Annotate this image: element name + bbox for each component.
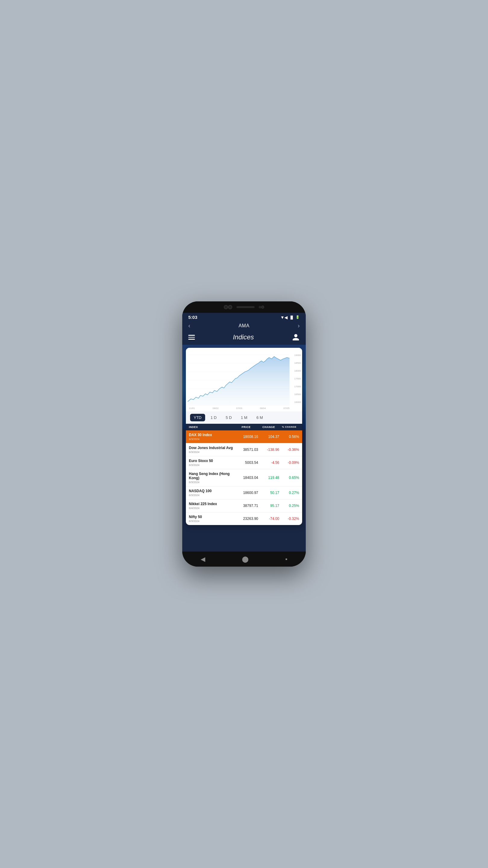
index-date: 6/3/2024 (189, 481, 234, 484)
front-camera-icon (261, 306, 264, 309)
chart-area (186, 351, 302, 406)
index-date: 6/3/2024 (189, 438, 234, 441)
index-date: 6/3/2024 (189, 520, 234, 523)
index-change: 104.37 (258, 435, 279, 439)
indices-table: INDEX PRICE CHANGE % CHANGE DAX 30 Index… (186, 424, 302, 525)
time-btn-1m[interactable]: 1 M (237, 414, 251, 421)
nav-title: AMA (238, 323, 250, 329)
profile-button[interactable] (292, 333, 300, 341)
index-date: 6/3/2024 (189, 464, 234, 467)
index-price: 38797.71 (234, 504, 258, 508)
chart-container: 19000 18500 18000 17500 17000 16500 1600… (186, 348, 302, 411)
index-change: -4.56 (258, 461, 279, 465)
y-label-1: 19000 (294, 354, 301, 356)
x-label-5: 07/05 (284, 407, 290, 410)
index-change: 119.48 (258, 475, 279, 480)
battery-icon: 🔋 (295, 315, 300, 319)
table-row[interactable]: Nifty 50 6/3/2024 23263.90 -74.00 -0.32% (186, 513, 302, 525)
x-label-1: 11/01 (189, 407, 195, 410)
index-price: 18600.97 (234, 491, 258, 495)
index-pct-change: -0.09% (279, 461, 299, 465)
header-price: PRICE (234, 426, 258, 429)
index-name: Nikkei 225 Index (189, 502, 234, 506)
index-pct-change: -0.32% (279, 517, 299, 521)
index-info: Euro Stoxx 50 6/3/2024 (189, 459, 234, 467)
y-label-2: 18500 (294, 362, 301, 364)
index-name: Nifty 50 (189, 515, 234, 519)
sensor-icon (259, 306, 261, 308)
index-change: 50.17 (258, 491, 279, 495)
bottom-nav: ◀ ⬤ ▪ (182, 552, 306, 567)
app-header: Indices (182, 332, 306, 345)
index-price: 18403.04 (234, 475, 258, 480)
index-info: DAX 30 Index 6/3/2024 (189, 433, 234, 441)
hamburger-menu-button[interactable] (188, 335, 195, 340)
table-row[interactable]: Dow Jones Industrial Avg 6/3/2024 38571.… (186, 443, 302, 456)
index-price: 38571.03 (234, 447, 258, 452)
phone-screen: 5:03 ▼◀ ▐▌ 🔋 ‹ AMA › Indices (182, 313, 306, 567)
index-info: Hang Seng Index (Hong Kong) 6/3/2024 (189, 472, 234, 484)
status-time: 5:03 (188, 315, 197, 320)
table-row[interactable]: NASDAQ 100 6/3/2024 18600.97 50.17 0.27% (186, 487, 302, 499)
index-date: 6/4/2024 (189, 507, 234, 510)
main-card: 19000 18500 18000 17500 17000 16500 1600… (186, 348, 302, 525)
y-label-4: 17500 (294, 377, 301, 380)
time-btn-6m[interactable]: 6 M (253, 414, 267, 421)
table-row[interactable]: Hang Seng Index (Hong Kong) 6/3/2024 184… (186, 469, 302, 487)
index-change: -138.96 (258, 447, 279, 452)
header-pct-change: % CHANGE (279, 426, 299, 429)
table-header: INDEX PRICE CHANGE % CHANGE (186, 424, 302, 430)
home-nav-button[interactable]: ⬤ (242, 555, 249, 563)
chart-svg (188, 351, 290, 406)
index-price: 18608.16 (234, 435, 258, 439)
table-row[interactable]: Euro Stoxx 50 6/3/2024 5003.54 -4.56 -0.… (186, 456, 302, 469)
forward-arrow-button[interactable]: › (298, 322, 300, 329)
index-change: -74.00 (258, 517, 279, 521)
x-label-2: 08/02 (213, 407, 218, 410)
status-icons: ▼◀ ▐▌ 🔋 (281, 315, 300, 320)
index-change: 95.17 (258, 504, 279, 508)
index-pct-change: 0.27% (279, 491, 299, 495)
index-date: 6/3/2024 (189, 451, 234, 454)
camera-left-icon (224, 305, 228, 309)
index-price: 23263.90 (234, 517, 258, 521)
index-price: 5003.54 (234, 461, 258, 465)
table-row[interactable]: Nikkei 225 Index 6/4/2024 38797.71 95.17… (186, 499, 302, 513)
recent-nav-button[interactable]: ▪ (285, 556, 287, 563)
signal-icon: ▐▌ (289, 315, 294, 319)
y-label-3: 18000 (294, 370, 301, 372)
camera-right-icon (228, 305, 232, 309)
index-date: 6/3/2024 (189, 494, 234, 497)
index-info: Nikkei 225 Index 6/4/2024 (189, 502, 234, 510)
header-index: INDEX (189, 426, 234, 429)
index-pct-change: -0.36% (279, 447, 299, 452)
x-label-3: 07/03 (236, 407, 242, 410)
x-label-4: 08/04 (260, 407, 266, 410)
index-name: Hang Seng Index (Hong Kong) (189, 472, 234, 480)
phone-notch (182, 301, 306, 313)
header-change: CHANGE (258, 426, 279, 429)
back-nav-button[interactable]: ◀ (201, 555, 205, 563)
page-title: Indices (233, 333, 254, 341)
index-info: Dow Jones Industrial Avg 6/3/2024 (189, 446, 234, 454)
nav-bar: ‹ AMA › (182, 321, 306, 332)
status-bar: 5:03 ▼◀ ▐▌ 🔋 (182, 313, 306, 321)
speaker-icon (236, 306, 255, 308)
time-btn-ytd[interactable]: YTD (190, 414, 205, 421)
index-pct-change: 0.56% (279, 435, 299, 439)
y-label-5: 17000 (294, 385, 301, 388)
index-pct-change: 0.25% (279, 504, 299, 508)
time-btn-5d[interactable]: 5 D (222, 414, 235, 421)
time-range-selector: YTD 1 D 5 D 1 M 6 M (186, 411, 302, 424)
back-arrow-button[interactable]: ‹ (188, 322, 190, 329)
index-info: NASDAQ 100 6/3/2024 (189, 489, 234, 497)
index-name: DAX 30 Index (189, 433, 234, 437)
index-info: Nifty 50 6/3/2024 (189, 515, 234, 523)
wifi-icon: ▼◀ (281, 315, 288, 320)
index-name: Dow Jones Industrial Avg (189, 446, 234, 450)
phone-device: 5:03 ▼◀ ▐▌ 🔋 ‹ AMA › Indices (182, 301, 306, 567)
main-content[interactable]: 19000 18500 18000 17500 17000 16500 1600… (182, 345, 306, 552)
time-btn-1d[interactable]: 1 D (207, 414, 220, 421)
table-row[interactable]: DAX 30 Index 6/3/2024 18608.16 104.37 0.… (186, 430, 302, 443)
index-name: NASDAQ 100 (189, 489, 234, 493)
